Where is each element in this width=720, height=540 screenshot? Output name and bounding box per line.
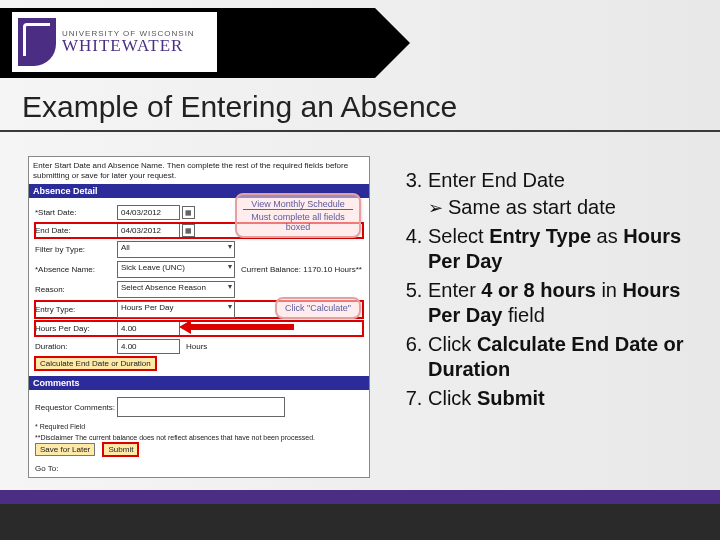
slide-title: Example of Entering an Absence [22,90,457,124]
input-end-date[interactable]: 04/03/2012 [117,223,180,238]
row-filter-type: Filter by Type: All [35,241,363,258]
disclaimer: **Disclaimer The current balance does no… [35,434,363,441]
step-6: Click Calculate End Date or Duration [428,332,702,382]
uww-logo: UNIVERSITY OF WISCONSIN WHITEWATER [12,12,217,72]
section-comments: Comments [29,376,369,390]
label-end-date: End Date: [35,226,117,235]
select-reason[interactable]: Select Absence Reason [117,281,235,298]
label-start-date: *Start Date: [35,208,117,217]
select-filter[interactable]: All [117,241,235,258]
current-balance: Current Balance: 1170.10 Hours** [241,265,362,274]
row-comments: Requestor Comments: [35,397,363,417]
row-reason: Reason: Select Absence Reason [35,281,363,298]
step-4: Select Entry Type as Hours Per Day [428,224,702,274]
label-absence-name: *Absence Name: [35,265,117,274]
label-duration: Duration: [35,342,117,351]
step-3: Enter End Date Same as start date [428,168,702,220]
goto-label: Go To: [35,464,58,473]
select-absence-name[interactable]: Sick Leave (UNC) [117,261,235,278]
textarea-comments[interactable] [117,397,285,417]
required-note: * Required Field [35,423,363,430]
row-absence-name: *Absence Name: Sick Leave (UNC) Current … [35,261,363,278]
row-duration: Duration: 4.00 Hours [35,339,363,354]
input-hours-per-day[interactable]: 4.00 [117,321,180,336]
annotation-click-calc: Click "Calculate" [275,297,361,319]
red-arrow-icon [179,320,294,334]
svg-marker-0 [179,320,294,334]
label-filter: Filter by Type: [35,245,117,254]
input-duration: 4.00 [117,339,180,354]
label-entry-type: Entry Type: [35,305,117,314]
footer-bar [0,504,720,540]
select-entry-type[interactable]: Hours Per Day [117,301,235,318]
logo-mark-icon [18,18,56,66]
calendar-icon[interactable]: ▦ [182,224,195,237]
input-start-date[interactable]: 04/03/2012 [117,205,180,220]
logo-text: UNIVERSITY OF WISCONSIN WHITEWATER [62,29,195,56]
step-5: Enter 4 or 8 hours in Hours Per Day fiel… [428,278,702,328]
calendar-icon[interactable]: ▦ [182,206,195,219]
step-7: Click Submit [428,386,702,411]
link-history[interactable]: View Absence Request History [53,476,363,478]
form-intro-text: Enter Start Date and Absence Name. Then … [29,157,369,184]
label-reason: Reason: [35,285,117,294]
duration-unit: Hours [186,342,207,351]
absence-form-screenshot: Enter Start Date and Absence Name. Then … [28,156,370,478]
submit-button[interactable]: Submit [103,443,138,456]
label-hours-per-day: Hours Per Day: [35,324,117,333]
label-requestor-comments: Requestor Comments: [35,403,117,412]
title-underline [0,130,720,132]
save-later-button[interactable]: Save for Later [35,443,95,456]
instruction-list: Enter End Date Same as start date Select… [370,150,720,505]
calc-button[interactable]: Calculate End Date or Duration [35,357,156,370]
step-3-sub: Same as start date [428,195,702,220]
annotation-view-schedule: View Monthly Schedule Must complete all … [235,193,361,238]
